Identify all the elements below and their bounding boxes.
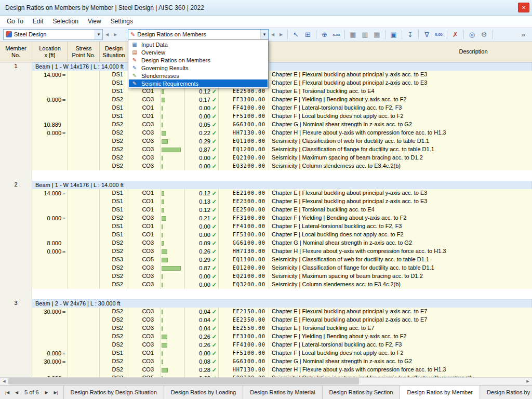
- previous-page-button[interactable]: ◀: [12, 388, 21, 397]
- ratio-cell[interactable]: 0.22✓: [185, 129, 219, 137]
- design-situation-cell[interactable]: DS2: [100, 137, 128, 145]
- design-situation-cell[interactable]: DS2: [100, 366, 128, 374]
- design-check-cell[interactable]: EE2500.00: [219, 87, 269, 96]
- location-cell[interactable]: 14.000≖: [32, 71, 68, 79]
- description-cell[interactable]: Chapter G | Nominal shear strength in z-…: [269, 357, 532, 366]
- loading-cell[interactable]: CO1: [128, 206, 161, 214]
- description-cell[interactable]: Chapter E | Flexural buckling about prin…: [269, 308, 532, 316]
- result-row[interactable]: 30.000≖DS2CO30.04✓EE2150.00Chapter E | F…: [0, 308, 532, 316]
- ratio-bar-cell[interactable]: [161, 112, 185, 121]
- result-row[interactable]: DS1CO10.12✓EE2500.00Chapter E | Torsiona…: [0, 87, 532, 96]
- ratio-bar-cell[interactable]: [161, 264, 185, 272]
- location-cell[interactable]: [32, 341, 68, 349]
- result-row[interactable]: 0.000≖DS2CO30.21✓FF3100.00Chapter F | Yi…: [0, 214, 532, 222]
- table-export-icon[interactable]: ▤: [371, 29, 382, 40]
- design-check-cell[interactable]: EQ3200.00: [219, 281, 269, 289]
- loading-cell[interactable]: CO1: [128, 87, 161, 96]
- location-cell[interactable]: [32, 104, 68, 112]
- location-cell[interactable]: [32, 332, 68, 341]
- stress-point-cell[interactable]: [68, 222, 100, 231]
- select-window-icon[interactable]: ⊞: [302, 29, 313, 40]
- location-cell[interactable]: [32, 366, 68, 374]
- first-page-button[interactable]: |◀: [3, 388, 11, 397]
- location-cell[interactable]: 8.000: [32, 239, 68, 247]
- filter-icon[interactable]: ∇: [421, 29, 432, 40]
- result-row[interactable]: DS2CO30.00✓EQ2100.00Seismicity | Maximum…: [0, 154, 532, 162]
- loading-cell[interactable]: CO3: [128, 129, 161, 137]
- location-cell[interactable]: [32, 324, 68, 332]
- result-row[interactable]: 14.000≖DS1CO10.12✓EE2100.00Chapter E | F…: [0, 189, 532, 197]
- search-icon[interactable]: ◎: [467, 29, 477, 40]
- design-situation-cell[interactable]: DS2: [100, 154, 128, 162]
- result-row[interactable]: DS1CO10.00✓FF4100.00Chapter F | Lateral-…: [0, 104, 532, 112]
- design-situation-cell[interactable]: DS2: [100, 247, 128, 256]
- location-cell[interactable]: 0.000≖: [32, 96, 68, 104]
- stress-point-cell[interactable]: [68, 206, 100, 214]
- design-situation-cell[interactable]: DS2: [100, 324, 128, 332]
- loading-cell[interactable]: CO3: [128, 154, 161, 162]
- design-check-cell[interactable]: EQ1100.00: [219, 137, 269, 145]
- loading-cell[interactable]: CO3: [128, 341, 161, 349]
- description-cell[interactable]: Seismicity | Classification of web for d…: [269, 137, 532, 145]
- location-cell[interactable]: 30.000≖: [32, 308, 68, 316]
- stress-point-cell[interactable]: [68, 366, 100, 374]
- tab-design-ratios-by-loading[interactable]: Design Ratios by Loading: [164, 385, 243, 399]
- scroll-right-button[interactable]: ▶: [524, 378, 532, 385]
- table-next-button[interactable]: ▶: [277, 29, 285, 39]
- design-situation-cell[interactable]: DS2: [100, 162, 128, 170]
- stress-point-cell[interactable]: [68, 231, 100, 239]
- result-row[interactable]: DS2CO30.04✓EE2550.00Chapter E | Torsiona…: [0, 324, 532, 332]
- result-row[interactable]: DS2CO30.00✓EQ3200.00Seismicity | Column …: [0, 281, 532, 289]
- ratio-cell[interactable]: 0.26✓: [185, 341, 219, 349]
- design-check-cell[interactable]: EE2100.00: [219, 189, 269, 197]
- description-cell[interactable]: Seismicity | Classification of flange fo…: [269, 145, 532, 154]
- loading-cell[interactable]: CO3: [128, 316, 161, 324]
- ratio-bar-cell[interactable]: [161, 341, 185, 349]
- design-check-cell[interactable]: EQ1200.00: [219, 145, 269, 154]
- description-cell[interactable]: Chapter F | Local buckling does not appl…: [269, 349, 532, 357]
- module-combo[interactable]: Steel Design ▾: [3, 29, 103, 40]
- description-cell[interactable]: Seismicity | Column slenderness acc. to …: [269, 162, 532, 170]
- description-cell[interactable]: Seismicity | Classification of web for d…: [269, 256, 532, 264]
- result-row[interactable]: 30.000≖DS2CO30.08✓GG6100.00Chapter G | N…: [0, 357, 532, 366]
- menu-settings[interactable]: Settings: [106, 17, 138, 26]
- ratio-cell[interactable]: 0.26✓: [185, 332, 219, 341]
- result-row[interactable]: DS2CO30.00✓EQ2100.00Seismicity | Maximum…: [0, 272, 532, 281]
- ratio-bar-cell[interactable]: [161, 129, 185, 137]
- stress-point-cell[interactable]: [68, 264, 100, 272]
- ratio-bar-cell[interactable]: [161, 214, 185, 222]
- column-header-description[interactable]: Description: [269, 42, 532, 62]
- description-cell[interactable]: Chapter F | Local buckling does not appl…: [269, 112, 532, 121]
- ratio-cell[interactable]: 0.00✓: [185, 272, 219, 281]
- design-check-cell[interactable]: FF3100.00: [219, 96, 269, 104]
- loading-cell[interactable]: CO3: [128, 308, 161, 316]
- description-cell[interactable]: Chapter G | Nominal shear strength in z-…: [269, 121, 532, 129]
- result-row[interactable]: 0.000≖DS2CO30.26✓HH7130.00Chapter H | Fl…: [0, 247, 532, 256]
- stress-point-cell[interactable]: [68, 71, 100, 79]
- location-cell[interactable]: [32, 137, 68, 145]
- module-next-button[interactable]: ▶: [112, 29, 119, 39]
- ratio-cell[interactable]: 0.00✓: [185, 349, 219, 357]
- tab-design-ratios-by-member[interactable]: Design Ratios by Member: [400, 385, 480, 399]
- description-cell[interactable]: Seismicity | Column slenderness acc. to …: [269, 281, 532, 289]
- result-row[interactable]: DS2CO30.29✓EQ1100.00Seismicity | Classif…: [0, 137, 532, 145]
- location-cell[interactable]: 10.889: [32, 121, 68, 129]
- next-page-button[interactable]: ▶: [43, 388, 51, 397]
- location-cell[interactable]: 0.000≖: [32, 214, 68, 222]
- design-situation-cell[interactable]: DS1: [100, 206, 128, 214]
- result-row[interactable]: DS2CO30.04✓EE2350.00Chapter E | Flexural…: [0, 316, 532, 324]
- description-cell[interactable]: Chapter E | Flexural buckling about prin…: [269, 79, 532, 87]
- dropdown-item-seismic-requirements[interactable]: ✎Seismic Requirements: [129, 79, 268, 87]
- ratio-bar-cell[interactable]: [161, 281, 185, 289]
- design-situation-cell[interactable]: DS2: [100, 214, 128, 222]
- ratio-cell[interactable]: 0.87✓: [185, 264, 219, 272]
- ratio-bar-cell[interactable]: [161, 272, 185, 281]
- select-pointer-icon[interactable]: ↖: [290, 29, 301, 40]
- ratio-cell[interactable]: 0.04✓: [185, 316, 219, 324]
- design-check-cell[interactable]: HH7130.00: [219, 129, 269, 137]
- ratio-cell[interactable]: 0.21✓: [185, 214, 219, 222]
- loading-cell[interactable]: CO3: [128, 239, 161, 247]
- ratio-cell[interactable]: 0.05✓: [185, 121, 219, 129]
- delete-results-icon[interactable]: ✗: [450, 29, 461, 40]
- result-row[interactable]: 0.000≖DS2CO30.17✓FF3100.00Chapter F | Yi…: [0, 96, 532, 104]
